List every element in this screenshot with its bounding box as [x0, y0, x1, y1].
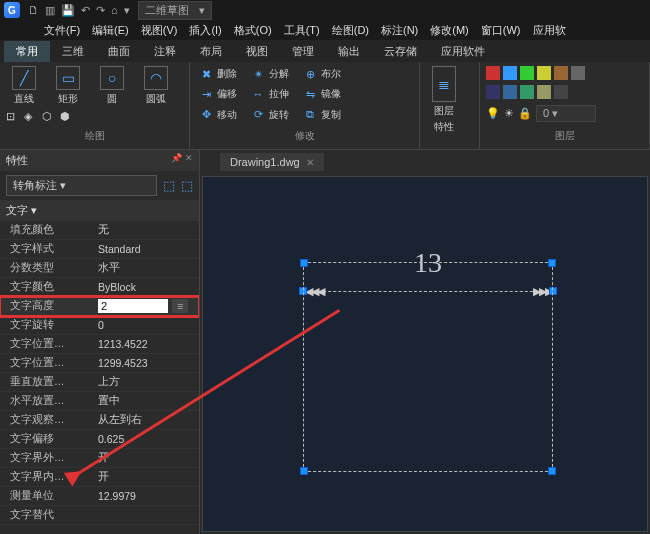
circle-button[interactable]: ○圆: [94, 66, 130, 106]
panel-pin-icon[interactable]: 📌 ✕: [171, 153, 193, 168]
property-value[interactable]: 从左到右: [94, 413, 199, 427]
tab-output[interactable]: 输出: [326, 41, 372, 62]
delete-button[interactable]: ✖删除: [196, 66, 240, 82]
move-button[interactable]: ✥移动: [196, 107, 240, 123]
arc-button[interactable]: ◠圆弧: [138, 66, 174, 106]
property-value[interactable]: 无: [94, 223, 199, 237]
explode-button[interactable]: ✴分解: [248, 66, 292, 82]
misc-draw-icon[interactable]: ⊡: [6, 110, 20, 124]
color-swatch[interactable]: [537, 66, 551, 80]
view-mode-dropdown[interactable]: 二维草图 ▾: [138, 1, 212, 20]
options-icon[interactable]: ≡: [172, 299, 188, 313]
menu-draw[interactable]: 绘图(D): [328, 21, 373, 40]
property-row[interactable]: 文字偏移0.625: [0, 430, 199, 449]
color-swatch[interactable]: [537, 85, 551, 99]
grip-handle[interactable]: [300, 259, 308, 267]
new-icon[interactable]: 🗋: [28, 4, 39, 17]
rotate-button[interactable]: ⟳旋转: [248, 107, 292, 123]
property-row[interactable]: 文字观察…从左到右: [0, 411, 199, 430]
property-value[interactable]: 0.625: [94, 433, 199, 445]
menu-window[interactable]: 窗口(W): [477, 21, 525, 40]
copy-button[interactable]: ⧉复制: [300, 107, 344, 123]
color-swatch[interactable]: [486, 66, 500, 80]
tab-surface[interactable]: 曲面: [96, 41, 142, 62]
color-swatch[interactable]: [520, 66, 534, 80]
tab-apps[interactable]: 应用软件: [429, 41, 497, 62]
grip-handle[interactable]: [548, 467, 556, 475]
menu-edit[interactable]: 编辑(E): [88, 21, 133, 40]
property-value[interactable]: 12.9979: [94, 490, 199, 502]
select-object-icon[interactable]: ⬚: [181, 178, 193, 193]
property-row[interactable]: 文字位置…1299.4523: [0, 354, 199, 373]
tab-manage[interactable]: 管理: [280, 41, 326, 62]
boolean-button[interactable]: ⊕布尔: [300, 66, 344, 82]
document-tab[interactable]: Drawing1.dwg ✕: [220, 153, 324, 171]
menu-file[interactable]: 文件(F): [40, 21, 84, 40]
menu-insert[interactable]: 插入(I): [185, 21, 225, 40]
color-swatch[interactable]: [554, 66, 568, 80]
property-value[interactable]: 1299.4523: [94, 357, 199, 369]
close-icon[interactable]: ✕: [306, 157, 314, 168]
stretch-button[interactable]: ↔拉伸: [248, 86, 292, 102]
tab-cloud[interactable]: 云存储: [372, 41, 429, 62]
open-icon[interactable]: ▥: [45, 4, 55, 17]
more-icon[interactable]: ▾: [124, 4, 130, 17]
offset-button[interactable]: ⇥偏移: [196, 86, 240, 102]
property-row[interactable]: 文字界外…开: [0, 449, 199, 468]
color-swatch[interactable]: [554, 85, 568, 99]
property-row[interactable]: 文字替代: [0, 506, 199, 525]
misc-draw-icon[interactable]: ◈: [24, 110, 38, 124]
layer-props-button[interactable]: ≣ 图层 特性: [426, 66, 462, 134]
drawing-canvas[interactable]: 13 ◀◀◀ ▶▶▶: [202, 176, 648, 532]
menu-view[interactable]: 视图(V): [137, 21, 182, 40]
tab-view[interactable]: 视图: [234, 41, 280, 62]
property-row[interactable]: 水平放置…置中: [0, 392, 199, 411]
tab-common[interactable]: 常用: [4, 41, 50, 62]
tab-3d[interactable]: 三维: [50, 41, 96, 62]
grip-handle[interactable]: [300, 467, 308, 475]
misc-draw-icon[interactable]: ⬡: [42, 110, 56, 124]
property-value[interactable]: 开: [94, 451, 199, 465]
bulb-icon[interactable]: 💡: [486, 107, 500, 120]
property-row[interactable]: 文字界内…开: [0, 468, 199, 487]
property-row[interactable]: 文字旋转0: [0, 316, 199, 335]
color-swatch[interactable]: [503, 85, 517, 99]
property-value[interactable]: 0: [94, 319, 199, 331]
tab-annotate[interactable]: 注释: [142, 41, 188, 62]
layer-dropdown[interactable]: 0 ▾: [536, 105, 596, 122]
property-value[interactable]: 上方: [94, 375, 199, 389]
sun-icon[interactable]: ☀: [504, 107, 514, 120]
property-value[interactable]: ≡: [94, 299, 199, 313]
selected-rectangle[interactable]: [303, 262, 553, 472]
property-row[interactable]: 文字高度≡: [0, 297, 199, 316]
menu-modify[interactable]: 修改(M): [426, 21, 473, 40]
property-row[interactable]: 测量单位12.9979: [0, 487, 199, 506]
property-row[interactable]: 文字样式Standard: [0, 240, 199, 259]
property-value[interactable]: 置中: [94, 394, 199, 408]
color-swatch[interactable]: [503, 66, 517, 80]
property-row[interactable]: 文字颜色ByBlock: [0, 278, 199, 297]
save-icon[interactable]: 💾: [61, 4, 75, 17]
property-value[interactable]: 水平: [94, 261, 199, 275]
property-value[interactable]: 开: [94, 470, 199, 484]
property-row[interactable]: 分数类型水平: [0, 259, 199, 278]
line-button[interactable]: ╱直线: [6, 66, 42, 106]
property-row[interactable]: 文字位置…1213.4522: [0, 335, 199, 354]
tab-layout[interactable]: 布局: [188, 41, 234, 62]
object-type-select[interactable]: 转角标注 ▾: [6, 175, 157, 196]
redo-icon[interactable]: ↷: [96, 4, 105, 17]
lock-icon[interactable]: 🔒: [518, 107, 532, 120]
undo-icon[interactable]: ↶: [81, 4, 90, 17]
misc-draw-icon[interactable]: ⬢: [60, 110, 74, 124]
menu-format[interactable]: 格式(O): [230, 21, 276, 40]
menu-app[interactable]: 应用软: [529, 21, 570, 40]
print-icon[interactable]: ⌂: [111, 4, 118, 17]
section-header-text[interactable]: 文字 ▾: [0, 200, 199, 221]
property-row[interactable]: 垂直放置…上方: [0, 373, 199, 392]
grip-handle[interactable]: [548, 259, 556, 267]
menu-tools[interactable]: 工具(T): [280, 21, 324, 40]
menu-dimension[interactable]: 标注(N): [377, 21, 422, 40]
color-swatch[interactable]: [486, 85, 500, 99]
color-swatch[interactable]: [571, 66, 585, 80]
text-height-input[interactable]: [98, 299, 168, 313]
